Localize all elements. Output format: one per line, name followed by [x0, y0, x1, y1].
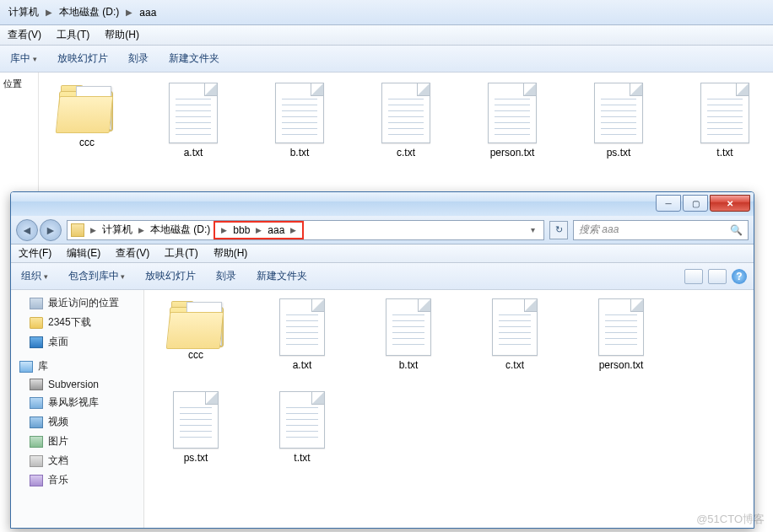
back-button[interactable]: ◄: [16, 219, 38, 241]
title-bar[interactable]: ─ ▢ ✕: [11, 192, 754, 216]
file-label: ccc: [79, 137, 95, 148]
close-button[interactable]: ✕: [710, 195, 750, 212]
file-label: b.txt: [399, 359, 419, 371]
address-bar[interactable]: 计算机 ▶ 本地磁盘 (D:) ▶ aaa: [0, 0, 773, 25]
navigation-tree[interactable]: 最近访问的位置 2345下载 桌面 库 Subversion 暴风影视库 视频 …: [11, 290, 144, 528]
text-file-icon: [275, 83, 324, 143]
file-label: t.txt: [716, 147, 732, 159]
folder-icon: [168, 298, 224, 346]
menu-help[interactable]: 帮助(H): [206, 245, 256, 262]
menu-edit[interactable]: 编辑(E): [59, 245, 108, 262]
include-in-library-button[interactable]: 库中: [0, 48, 47, 69]
chevron-right-icon[interactable]: ▶: [288, 226, 299, 234]
background-explorer-window: 计算机 ▶ 本地磁盘 (D:) ▶ aaa 查看(V) 工具(T) 帮助(H) …: [0, 0, 773, 211]
menu-view[interactable]: 查看(V): [0, 25, 49, 45]
file-item[interactable]: b.txt: [367, 298, 450, 371]
text-file-icon: [700, 83, 749, 143]
menu-bar: 查看(V) 工具(T) 帮助(H): [0, 25, 773, 46]
file-item[interactable]: ps.txt: [154, 391, 237, 464]
tree-libraries[interactable]: 库: [11, 357, 143, 376]
video-icon: [30, 416, 43, 428]
file-item[interactable]: c.txt: [473, 298, 556, 371]
tree-2345dl[interactable]: 2345下载: [11, 313, 143, 332]
file-pane[interactable]: ccc a.txt b.txt c.txt person.txt ps.txt …: [144, 290, 754, 528]
new-folder-button[interactable]: 新建文件夹: [159, 48, 230, 69]
tree-label: 库: [38, 359, 48, 373]
preview-pane-button[interactable]: [708, 269, 727, 284]
menu-tools[interactable]: 工具(T): [49, 25, 97, 45]
file-label: person.txt: [599, 359, 644, 371]
breadcrumb-seg[interactable]: 本地磁盘 (D:): [54, 2, 124, 23]
file-label: ps.txt: [607, 147, 631, 159]
address-bar[interactable]: ▶ 计算机 ▶ 本地磁盘 (D:) ▶ bbb ▶ aaa ▶ ▾: [67, 220, 544, 240]
file-item[interactable]: person.txt: [580, 298, 662, 371]
maximize-button[interactable]: ▢: [683, 195, 708, 212]
file-label: t.txt: [294, 452, 310, 464]
nav-buttons: ◄ ►: [16, 219, 62, 241]
folder-icon: [30, 317, 43, 329]
burn-button[interactable]: 刻录: [118, 48, 159, 69]
burn-button[interactable]: 刻录: [206, 266, 246, 287]
text-file-icon: [173, 391, 219, 449]
breadcrumb-seg[interactable]: aaa: [134, 3, 161, 22]
search-icon[interactable]: 🔍: [730, 224, 743, 236]
picture-icon: [30, 436, 43, 448]
breadcrumb-seg[interactable]: aaa: [264, 224, 288, 236]
tree-subversion[interactable]: Subversion: [11, 376, 143, 393]
history-icon: [30, 298, 43, 309]
file-label: ccc: [188, 349, 203, 361]
file-label: c.txt: [505, 359, 524, 371]
address-dropdown-icon[interactable]: ▾: [526, 225, 540, 234]
tree-music[interactable]: 音乐: [11, 470, 143, 490]
tree-documents[interactable]: 文档: [11, 451, 143, 470]
breadcrumb: ▶ 计算机 ▶ 本地磁盘 (D:) ▶ bbb ▶ aaa ▶: [88, 221, 526, 239]
window-buttons: ─ ▢ ✕: [654, 195, 750, 213]
breadcrumb-seg[interactable]: 计算机: [3, 2, 44, 23]
folder-icon: [57, 83, 116, 133]
chevron-right-icon[interactable]: ▶: [253, 226, 264, 234]
folder-icon: [71, 223, 84, 237]
breadcrumb-seg[interactable]: bbb: [230, 224, 253, 236]
forward-button[interactable]: ►: [40, 219, 62, 241]
tree-pictures[interactable]: 图片: [11, 432, 143, 451]
slideshow-button[interactable]: 放映幻灯片: [135, 266, 206, 287]
new-folder-button[interactable]: 新建文件夹: [246, 266, 317, 287]
toolbar: 库中 放映幻灯片 刻录 新建文件夹: [0, 46, 773, 73]
breadcrumb-seg[interactable]: 本地磁盘 (D:): [147, 223, 214, 237]
tree-video[interactable]: 视频: [11, 412, 143, 432]
folder-item[interactable]: ccc: [154, 298, 237, 371]
menu-help[interactable]: 帮助(H): [97, 25, 147, 45]
library-icon: [19, 361, 33, 373]
refresh-button[interactable]: ↻: [549, 221, 568, 239]
tree-label: 暴风影视库: [48, 395, 99, 410]
tree-desktop[interactable]: 桌面: [11, 332, 143, 352]
chevron-right-icon[interactable]: ▶: [88, 226, 99, 234]
menu-file[interactable]: 文件(F): [11, 245, 59, 262]
chevron-right-icon[interactable]: ▶: [124, 8, 134, 17]
minimize-button[interactable]: ─: [656, 195, 681, 212]
sidebar-item-location[interactable]: 位置: [0, 73, 38, 95]
file-label: b.txt: [290, 147, 310, 159]
menu-tools[interactable]: 工具(T): [157, 245, 205, 262]
desktop-icon: [30, 336, 43, 348]
include-in-library-button[interactable]: 包含到库中: [58, 266, 136, 287]
chevron-right-icon[interactable]: ▶: [44, 8, 54, 17]
tree-storm[interactable]: 暴风影视库: [11, 393, 143, 412]
breadcrumb-seg[interactable]: 计算机: [99, 223, 136, 237]
tree-recent[interactable]: 最近访问的位置: [11, 293, 143, 313]
foreground-explorer-window: ─ ▢ ✕ ◄ ► ▶ 计算机 ▶ 本地磁盘 (D:) ▶ bbb ▶ aaa …: [10, 191, 754, 529]
chevron-right-icon[interactable]: ▶: [136, 226, 147, 234]
help-icon[interactable]: ?: [732, 269, 747, 284]
search-input[interactable]: 搜索 aaa 🔍: [573, 220, 749, 240]
organize-button[interactable]: 组织: [11, 266, 58, 287]
highlighted-path: ▶ bbb ▶ aaa ▶: [214, 221, 304, 239]
file-label: a.txt: [184, 147, 203, 159]
slideshow-button[interactable]: 放映幻灯片: [47, 48, 118, 69]
view-mode-button[interactable]: [684, 269, 703, 284]
svn-icon: [30, 379, 43, 390]
menu-view[interactable]: 查看(V): [108, 245, 157, 262]
chevron-right-icon[interactable]: ▶: [219, 226, 230, 234]
file-item[interactable]: t.txt: [261, 391, 343, 464]
tree-label: 音乐: [48, 473, 68, 487]
file-item[interactable]: a.txt: [261, 298, 343, 371]
